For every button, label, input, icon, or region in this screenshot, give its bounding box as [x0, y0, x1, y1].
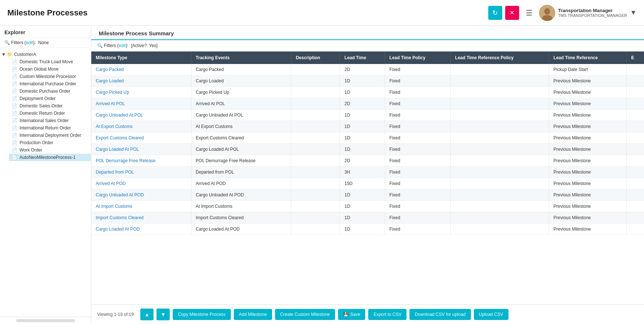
tree-item-label: Production Order: [20, 140, 53, 145]
cell-policy: Fixed: [385, 144, 450, 155]
cell-milestone-type[interactable]: Departed from POL: [91, 167, 191, 178]
download-csv-button[interactable]: Download CSV for upload: [409, 309, 471, 320]
save-button[interactable]: 💾 Save: [338, 309, 365, 320]
sidebar-filters: 🔍 Filters (edit): None: [0, 38, 91, 48]
tree-item-label: Work Order: [20, 147, 42, 153]
refresh-button[interactable]: ↻: [488, 6, 502, 20]
sidebar-item-production-order[interactable]: 📄Production Order: [9, 139, 91, 146]
col-description: Description: [291, 51, 340, 64]
tree-item-label: Deployment Order: [20, 96, 56, 101]
move-down-button[interactable]: ▼: [156, 309, 170, 320]
cell-lt-ref-policy: [450, 155, 549, 167]
table-wrapper[interactable]: Milestone Type Tracking Events Descripti…: [91, 51, 644, 305]
cell-description: [291, 155, 340, 167]
cell-tracking-events: Cargo Picked Up: [191, 87, 291, 98]
cell-extra: [627, 189, 644, 201]
tree-item-label: Domestic Sales Order: [20, 103, 63, 108]
cell-tracking-events: Import Customs Cleared: [191, 212, 291, 224]
cell-milestone-type[interactable]: Arrived At POD: [91, 178, 191, 189]
cell-lt-ref-policy: [450, 178, 549, 189]
cell-milestone-type[interactable]: At Import Customs: [91, 201, 191, 212]
export-to-csv-button[interactable]: Export to CSV: [368, 309, 407, 320]
sidebar-item-domestic-return-order[interactable]: 📄Domestic Return Order: [9, 110, 91, 117]
sidebar-item-autoneomilestoneprocess-1[interactable]: 📄AutoNeoMilestoneProcess-1: [9, 154, 91, 161]
menu-button[interactable]: ☰: [526, 8, 532, 17]
cell-lead-time: 2D: [340, 64, 385, 75]
hamburger-icon: ☰: [526, 9, 532, 17]
tree-item-label: International Purchase Order: [20, 81, 76, 86]
cell-policy: Fixed: [385, 110, 450, 121]
table-row: Cargo Loaded Cargo Loaded 1D Fixed Previ…: [91, 75, 644, 87]
cell-description: [291, 178, 340, 189]
cell-lead-time: 2D: [340, 155, 385, 167]
doc-icon: 📄: [12, 125, 17, 131]
cell-lt-ref-policy: [450, 189, 549, 201]
cell-extra: [627, 178, 644, 189]
cell-description: [291, 87, 340, 98]
search-icon: 🔍: [4, 40, 10, 45]
sidebar-item-domestic-sales-order[interactable]: 📄Domestic Sales Order: [9, 102, 91, 110]
user-section: Transportation Manager TMS.TRANSPORTATIO…: [539, 5, 637, 21]
table-row: Arrived At POL Arrived At POL 2D Fixed P…: [91, 98, 644, 110]
cell-milestone-type[interactable]: At Export Customs: [91, 121, 191, 132]
cell-description: [291, 64, 340, 75]
cell-milestone-type[interactable]: Cargo Unloaded At POL: [91, 110, 191, 121]
sidebar-item-domestic-truck-load-move[interactable]: 📄Domestic Truck Load Move: [9, 58, 91, 65]
table-row: Cargo Picked Up Cargo Picked Up 1D Fixed…: [91, 87, 644, 98]
table-header-row: Milestone Type Tracking Events Descripti…: [91, 51, 644, 64]
cell-milestone-type[interactable]: Cargo Loaded At POD: [91, 224, 191, 235]
cell-milestone-type[interactable]: Cargo Picked Up: [91, 87, 191, 98]
content-filters-edit[interactable]: edit: [119, 43, 126, 48]
cell-lt-reference: Previous Milestone: [549, 98, 627, 110]
doc-icon: 📄: [12, 74, 17, 79]
cell-policy: Fixed: [385, 75, 450, 87]
copy-milestone-process-button[interactable]: Copy Milestone Process: [173, 309, 230, 320]
cell-milestone-type[interactable]: Cargo Packed: [91, 64, 191, 75]
cell-tracking-events: Departed from POL: [191, 167, 291, 178]
cell-milestone-type[interactable]: Arrived At POL: [91, 98, 191, 110]
create-custom-milestone-button[interactable]: Create Custom Milestone: [275, 309, 335, 320]
cell-tracking-events: POL Demurrage Free Release: [191, 155, 291, 167]
sidebar-item-ocean-global-move[interactable]: 📄Ocean Global Move: [9, 65, 91, 73]
cell-tracking-events: Cargo Loaded: [191, 75, 291, 87]
sidebar-item-international-deployment-order[interactable]: 📄International Deployment Order: [9, 132, 91, 139]
avatar-image: [539, 5, 555, 21]
cell-milestone-type[interactable]: Cargo Unloaded At POD: [91, 189, 191, 201]
table-row: Cargo Unloaded At POD Cargo Unloaded At …: [91, 189, 644, 201]
cell-lt-reference: Previous Milestone: [549, 212, 627, 224]
sidebar-item-international-purchase-order[interactable]: 📄International Purchase Order: [9, 80, 91, 88]
cell-policy: Fixed: [385, 155, 450, 167]
cell-extra: [627, 98, 644, 110]
sidebar-item-domestic-purchase-order[interactable]: 📄Domestic Purchase Order: [9, 88, 91, 95]
col-extra: E: [627, 51, 644, 64]
cell-tracking-events: Cargo Loaded At POL: [191, 144, 291, 155]
sidebar: Explorer 🔍 Filters (edit): None ▼ 📁 Cust…: [0, 26, 91, 324]
cell-lead-time: 1D: [340, 121, 385, 132]
sidebar-item-work-order[interactable]: 📄Work Order: [9, 146, 91, 154]
sidebar-item-custom-milestone-processor[interactable]: 📄Custom Milestone Processor: [9, 73, 91, 80]
sidebar-item-international-return-order[interactable]: 📄International Return Order: [9, 124, 91, 132]
sidebar-scrollbar[interactable]: [0, 317, 91, 324]
tree-root-customerA[interactable]: ▼ 📁 CustomerA: [0, 51, 91, 58]
upload-csv-button[interactable]: Upload CSV: [474, 309, 508, 320]
user-dropdown-arrow[interactable]: ▼: [630, 9, 637, 17]
sidebar-item-international-sales-order[interactable]: 📄International Sales Order: [9, 117, 91, 124]
add-milestone-button[interactable]: Add Milestone: [234, 309, 272, 320]
doc-icon: 📄: [12, 155, 17, 160]
sidebar-filters-edit[interactable]: edit: [26, 40, 33, 45]
main-layout: Explorer 🔍 Filters (edit): None ▼ 📁 Cust…: [0, 26, 644, 324]
cell-lead-time: 1D: [340, 144, 385, 155]
cell-milestone-type[interactable]: Cargo Loaded: [91, 75, 191, 87]
cell-milestone-type[interactable]: Import Customs Cleared: [91, 212, 191, 224]
cell-lt-reference: Previous Milestone: [549, 121, 627, 132]
cell-milestone-type[interactable]: Export Customs Cleared: [91, 132, 191, 144]
content-filters-value: [Active?: Yes]: [131, 43, 158, 48]
move-up-button[interactable]: ▲: [140, 309, 154, 320]
cell-milestone-type[interactable]: Cargo Loaded At POL: [91, 144, 191, 155]
cell-lt-reference: Previous Milestone: [549, 155, 627, 167]
sidebar-item-deployment-order[interactable]: 📄Deployment Order: [9, 95, 91, 102]
cell-milestone-type[interactable]: POL Demurrage Free Release: [91, 155, 191, 167]
table-row: Cargo Unloaded At POL Cargo Unloaded At …: [91, 110, 644, 121]
avatar: [539, 5, 555, 21]
close-button[interactable]: ✕: [505, 6, 519, 20]
